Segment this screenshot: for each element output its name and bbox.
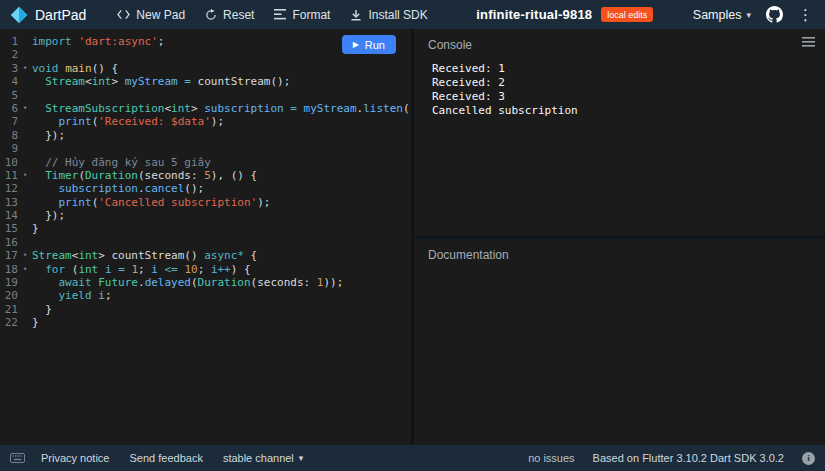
code-line[interactable]: 11▾ Timer(Duration(seconds: 5), () { [0,169,411,182]
line-number: 8 [0,129,18,142]
code-line[interactable]: 10 // Hủy đăng ký sau 5 giây [0,156,411,169]
gist-title: infinite-ritual-9818 [476,7,592,22]
format-button[interactable]: Format [265,4,339,26]
code-line[interactable]: 9 [0,142,411,155]
line-number: 22 [0,316,18,329]
code-line[interactable]: 7 print('Received: $data'); [0,115,411,128]
editor-pane[interactable]: ▶ Run 1import 'dart:async';2 3▾void main… [0,29,411,445]
line-number: 21 [0,303,18,316]
dartpad-app: DartPad New Pad Reset Format [0,0,825,471]
code-line[interactable]: 15} [0,222,411,235]
header-right-group: Samples ▾ ⋮ [693,6,817,24]
send-feedback-link[interactable]: Send feedback [125,450,206,466]
fold-gutter [18,75,32,88]
fold-gutter [18,222,32,235]
code-line[interactable]: 22} [0,316,411,329]
code-text: Stream<int> countStream() async* { [32,249,257,262]
code-text [32,142,39,155]
fold-gutter [18,142,32,155]
line-number: 17 [0,249,18,262]
code-text: }); [32,209,65,222]
new-pad-label: New Pad [136,8,185,22]
line-number: 18 [0,263,18,276]
code-text [32,89,39,102]
documentation-title: Documentation [414,239,825,267]
fold-gutter [18,182,32,195]
code-text: Stream<int> myStream = countStream(); [32,75,290,88]
console-output: Received: 1 Received: 2 Received: 3 Canc… [414,57,825,123]
code-line[interactable]: 18▾ for (int i = 1; i <= 10; i++) { [0,263,411,276]
fold-gutter [18,289,32,302]
line-number: 7 [0,115,18,128]
code-text: import 'dart:async'; [32,35,164,48]
line-number: 2 [0,48,18,61]
keyboard-icon[interactable] [10,453,25,463]
fold-gutter [18,156,32,169]
code-line[interactable]: 17▾Stream<int> countStream() async* { [0,249,411,262]
fold-arrow-icon[interactable]: ▾ [18,263,32,276]
code-text: for (int i = 1; i <= 10; i++) { [32,263,251,276]
code-line[interactable]: 19 await Future.delayed(Duration(seconds… [0,276,411,289]
code-text: StreamSubscription<int> subscription = m… [32,102,411,115]
code-line[interactable]: 8 }); [0,129,411,142]
reset-button[interactable]: Reset [196,4,263,26]
fold-arrow-icon[interactable]: ▾ [18,62,32,75]
fold-gutter [18,236,32,249]
footer-bar: Privacy notice Send feedback stable chan… [0,445,825,471]
code-line[interactable]: 20 yield i; [0,289,411,302]
fold-gutter [18,303,32,316]
code-text: await Future.delayed(Duration(seconds: 1… [32,276,343,289]
line-number: 13 [0,196,18,209]
run-label: Run [365,39,385,51]
code-text: void main() { [32,62,118,75]
new-pad-button[interactable]: New Pad [108,4,194,26]
code-line[interactable]: 4 Stream<int> myStream = countStream(); [0,75,411,88]
fold-gutter [18,276,32,289]
run-button[interactable]: ▶ Run [342,35,396,54]
footer-right-group: no issues Based on Flutter 3.10.2 Dart S… [528,452,815,465]
code-text: subscription.cancel(); [32,182,204,195]
reset-label: Reset [223,8,254,22]
samples-label: Samples [693,8,742,22]
fold-arrow-icon[interactable]: ▾ [18,102,32,115]
format-label: Format [292,8,330,22]
console-panel: Console Received: 1 Received: 2 Received… [414,29,825,236]
console-menu-icon[interactable] [802,37,815,47]
format-icon [274,9,286,20]
play-icon: ▶ [353,41,359,49]
code-line[interactable]: 6▾ StreamSubscription<int> subscription … [0,102,411,115]
fold-gutter [18,209,32,222]
fold-gutter [18,115,32,128]
samples-dropdown[interactable]: Samples ▾ [693,8,751,22]
code-text: yield i; [32,289,112,302]
gist-title-group: infinite-ritual-9818 local edits [476,7,653,22]
line-number: 1 [0,35,18,48]
channel-dropdown[interactable]: stable channel ▾ [219,450,307,466]
code-line[interactable]: 21 } [0,303,411,316]
code-text: } [32,303,52,316]
kebab-menu-icon[interactable]: ⋮ [798,6,813,24]
line-number: 15 [0,222,18,235]
github-icon [766,6,783,23]
code-text: }); [32,129,65,142]
code-line[interactable]: 3▾void main() { [0,62,411,75]
code-text [32,236,39,249]
code-lines[interactable]: 1import 'dart:async';2 3▾void main() {4 … [0,29,411,330]
line-number: 4 [0,75,18,88]
line-number: 3 [0,62,18,75]
line-number: 19 [0,276,18,289]
privacy-notice-link[interactable]: Privacy notice [37,450,113,466]
header-nav: New Pad Reset Format [108,4,436,26]
fold-arrow-icon[interactable]: ▾ [18,169,32,182]
code-line[interactable]: 12 subscription.cancel(); [0,182,411,195]
github-button[interactable] [766,6,783,23]
code-line[interactable]: 5 [0,89,411,102]
code-text: print('Cancelled subscription'); [32,196,270,209]
info-icon[interactable]: i [802,452,815,465]
code-line[interactable]: 14 }); [0,209,411,222]
code-line[interactable]: 13 print('Cancelled subscription'); [0,196,411,209]
code-line[interactable]: 16 [0,236,411,249]
fold-arrow-icon[interactable]: ▾ [18,249,32,262]
line-number: 11 [0,169,18,182]
install-sdk-button[interactable]: Install SDK [341,4,436,26]
